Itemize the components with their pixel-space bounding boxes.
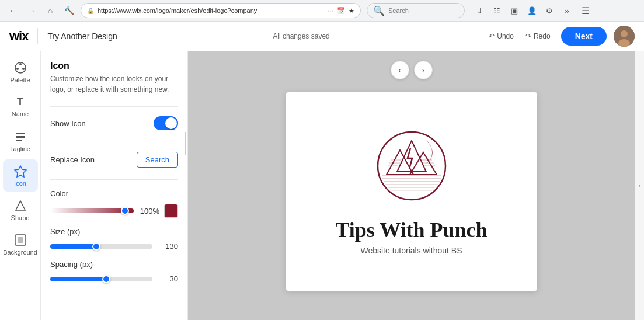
- search-icon: 🔍: [373, 5, 385, 16]
- library-button[interactable]: ☷: [489, 3, 504, 18]
- carousel-prev-button[interactable]: ‹: [391, 61, 409, 79]
- undo-label: Undo: [497, 32, 514, 40]
- svg-point-6: [16, 68, 19, 70]
- redo-button[interactable]: ↷ Redo: [522, 30, 554, 43]
- browser-chrome: ← → ⌂ 🔨 🔒 https://www.wix.com/logo/maker…: [0, 0, 644, 22]
- sidebar-background-label: Background: [3, 249, 37, 256]
- svg-marker-11: [16, 201, 25, 210]
- svg-marker-16: [397, 141, 426, 172]
- next-button[interactable]: Next: [561, 27, 607, 46]
- logo-icon: [374, 128, 450, 206]
- address-menu-dots[interactable]: ···: [328, 6, 333, 15]
- reader-button[interactable]: ▣: [507, 3, 522, 18]
- browser-nav-buttons: ← → ⌂ 🔨: [5, 2, 77, 19]
- spacing-value: 30: [157, 274, 178, 283]
- sidebar-name-label: Name: [12, 110, 29, 117]
- search-input[interactable]: [388, 7, 458, 14]
- tagline-icon: [14, 130, 27, 143]
- replace-icon-row: Replace Icon Search: [50, 152, 178, 168]
- svg-marker-10: [15, 166, 26, 177]
- undo-redo-controls: ↶ Undo ↷ Redo: [485, 30, 554, 43]
- page-title: Try Another Design: [47, 32, 117, 41]
- url-text: https://www.wix.com/logo/maker/esh/edit-…: [98, 7, 324, 14]
- svg-rect-7: [16, 133, 25, 134]
- size-label: Size (px): [50, 227, 178, 236]
- home-button[interactable]: ⌂: [42, 2, 58, 19]
- scrollbar[interactable]: [185, 132, 186, 155]
- pocket-icon[interactable]: 📅: [337, 7, 345, 15]
- redo-icon: ↷: [525, 32, 531, 40]
- carousel-next-button[interactable]: ›: [414, 61, 433, 79]
- more-tools-button[interactable]: »: [559, 3, 575, 18]
- svg-rect-9: [16, 140, 22, 141]
- spacing-label: Spacing (px): [50, 260, 178, 269]
- size-value: 130: [157, 242, 178, 251]
- forward-button[interactable]: →: [23, 2, 40, 19]
- show-icon-label: Show Icon: [50, 119, 86, 128]
- panel-title: Icon: [50, 61, 178, 71]
- sidebar-palette-label: Palette: [10, 76, 30, 84]
- color-swatch[interactable]: [164, 204, 178, 218]
- sidebar-item-palette[interactable]: Palette: [3, 56, 38, 88]
- icon-sidebar-icon: [14, 165, 27, 178]
- show-icon-row: Show Icon: [50, 116, 178, 130]
- svg-point-4: [19, 63, 22, 65]
- profile-button[interactable]: 👤: [524, 3, 539, 18]
- search-bar[interactable]: 🔍: [367, 3, 465, 18]
- sidebar-item-icon[interactable]: Icon: [3, 159, 38, 192]
- sidebar-item-shape[interactable]: Shape: [3, 194, 38, 226]
- undo-button[interactable]: ↶ Undo: [485, 30, 517, 43]
- size-row: 130: [50, 242, 178, 251]
- color-slider[interactable]: [50, 208, 134, 213]
- sidebar-tagline-label: Tagline: [10, 145, 30, 152]
- app-header: wix Try Another Design All changes saved…: [0, 22, 644, 51]
- header-divider: [37, 28, 38, 44]
- size-slider[interactable]: [50, 244, 152, 249]
- svg-point-14: [378, 132, 445, 200]
- svg-rect-8: [16, 136, 25, 138]
- search-icon-button[interactable]: Search: [137, 152, 178, 168]
- background-icon: [14, 234, 27, 246]
- spacing-slider-thumb: [102, 275, 110, 283]
- svg-rect-13: [18, 237, 23, 243]
- show-icon-toggle[interactable]: [154, 116, 178, 130]
- extensions-button[interactable]: ⚙: [542, 3, 557, 18]
- divider-2: [50, 142, 178, 142]
- control-panel: Icon Customize how the icon looks on you…: [41, 51, 188, 320]
- logo-svg: [374, 128, 450, 204]
- sidebar-shape-label: Shape: [11, 214, 30, 221]
- spacing-row: 30: [50, 274, 178, 283]
- size-section: Size (px) 130: [50, 227, 178, 251]
- avatar-image: [614, 26, 635, 47]
- sidebar-item-name[interactable]: T Name: [3, 91, 38, 123]
- sidebar-item-background[interactable]: Background: [3, 228, 38, 260]
- spacing-section: Spacing (px) 30: [50, 260, 178, 283]
- sidebar-item-tagline[interactable]: Tagline: [3, 125, 38, 157]
- color-label: Color: [50, 189, 178, 198]
- redo-label: Redo: [534, 32, 551, 40]
- logo-title: Tips With Punch: [335, 218, 487, 242]
- logo-tagline: Website tutorials without BS: [360, 246, 462, 255]
- download-button[interactable]: ⇓: [472, 3, 487, 18]
- right-panel-arrow-icon: ‹: [639, 183, 640, 189]
- avatar[interactable]: [614, 26, 635, 47]
- address-bar[interactable]: 🔒 https://www.wix.com/logo/maker/esh/edi…: [81, 3, 361, 18]
- spacing-slider[interactable]: [50, 277, 152, 281]
- color-section: Color 100%: [50, 189, 178, 218]
- panel-description: Customize how the icon looks on your log…: [50, 74, 178, 95]
- star-icon[interactable]: ★: [349, 7, 354, 15]
- logo-card: Tips With Punch Website tutorials withou…: [286, 92, 537, 291]
- shape-icon: [14, 199, 27, 212]
- hamburger-menu[interactable]: ☰: [582, 5, 590, 16]
- back-button[interactable]: ←: [5, 2, 21, 19]
- carousel-nav: ‹ ›: [391, 61, 433, 79]
- canvas-area: ‹ ›: [188, 51, 635, 320]
- size-slider-thumb: [92, 242, 100, 251]
- name-icon: T: [17, 96, 23, 108]
- undo-icon: ↶: [489, 32, 495, 40]
- svg-point-5: [22, 68, 25, 70]
- divider-3: [50, 179, 178, 180]
- wrench-button[interactable]: 🔨: [61, 2, 77, 19]
- color-slider-thumb: [121, 207, 129, 215]
- right-panel-toggle[interactable]: ‹: [635, 51, 644, 320]
